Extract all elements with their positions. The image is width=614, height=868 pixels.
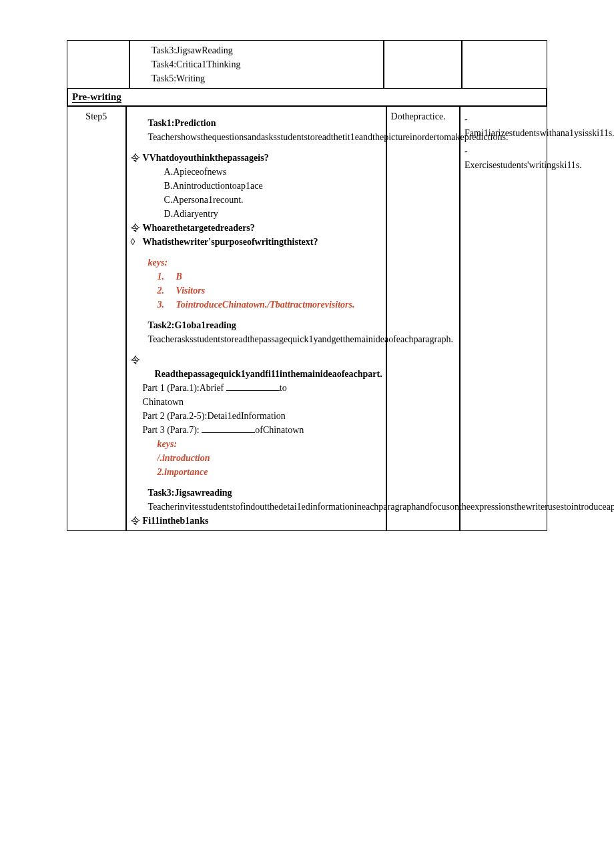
top-row: Task3:JigsawReading Task4:Critica1Thinki… — [67, 41, 547, 89]
task2-desc: Teacherasksstudentstoreadthepassagequick… — [131, 332, 382, 346]
task2-part1c: Chinatown — [131, 395, 382, 409]
main-row: Step5 Task1:Prediction Teachershowsthequ… — [67, 106, 547, 530]
activity-text: Dothepractice. — [391, 111, 446, 121]
task3-line: Task3:JigsawReading — [134, 43, 379, 57]
task1-optD: D.Adiaryentry — [131, 207, 382, 221]
task2-instruction-bullet: 令 — [131, 353, 382, 367]
task1-optB: B.Anintroductiontoap1ace — [131, 179, 382, 193]
diamond-icon: 令 — [131, 514, 143, 528]
task2-part3b: ofChinatown — [255, 425, 304, 435]
purpose-dash-2: - — [465, 144, 543, 158]
task1-key3: TointroduceChinatown./Tbattractmorevisit… — [176, 298, 382, 312]
task3-heading: Task3:Jigsawreading — [131, 486, 382, 500]
task1-optA: A.Apieceofnews — [131, 165, 382, 179]
task3-fill-bullet: 令 Fi11intheb1anks — [131, 514, 382, 528]
step-label: Step5 — [85, 111, 107, 121]
task4-line: Task4:Critica1Thinking — [134, 57, 379, 71]
diamond-open-icon: ◊ — [131, 235, 143, 249]
task2-instruction: Readthepassagequick1yandfi11inthemainide… — [137, 367, 382, 381]
task2-part1: Part 1 (Para.1):Abrief to — [131, 381, 382, 395]
task5-line: Task5:Writing — [134, 71, 379, 85]
task1-q3-bullet: ◊ Whatisthewriter'spurposeofwritingthist… — [131, 235, 382, 249]
diamond-icon: 令 — [131, 221, 143, 235]
task1-q2-bullet: 令 Whoarethetargetedreaders? — [131, 221, 382, 235]
lesson-plan-table: Task3:JigsawReading Task4:Critica1Thinki… — [67, 40, 547, 531]
task2-part1b: to — [280, 383, 287, 393]
blank-line — [202, 423, 255, 433]
list-number: 3. — [158, 298, 176, 312]
prewriting-label: Pre-writing — [72, 91, 121, 103]
task1-heading: Task1:Prediction — [131, 116, 382, 130]
task2-part2: Part 2 (Para.2-5):Detai1edInformation — [131, 409, 382, 423]
task2-keys-label: keys: — [140, 437, 382, 451]
step-cell: Step5 — [67, 106, 126, 530]
task2-part1a: Part 1 (Para.1):Abrief — [143, 383, 226, 393]
activity-cell: Dothepractice. — [386, 106, 460, 530]
task1-q1-bullet: 令 VVhatdoyouthinkthepassageis? — [131, 151, 382, 165]
task2-heading: Task2:G1oba1reading — [131, 318, 382, 332]
main-content-cell: Task1:Prediction Teachershowsthequestion… — [126, 106, 386, 530]
task1-keys-label: keys: — [131, 256, 382, 270]
task1-q1: VVhatdoyouthinkthepassageis? — [143, 151, 382, 165]
task1-key3-row: 3. TointroduceChinatown./Tbattractmorevi… — [131, 298, 382, 312]
top-main-cell: Task3:JigsawReading Task4:Critica1Thinki… — [129, 41, 384, 89]
diamond-icon: 令 — [131, 353, 143, 367]
diamond-icon: 令 — [131, 151, 143, 165]
list-number: 2. — [158, 284, 176, 298]
task1-key2-row: 2. Visitors — [131, 284, 382, 298]
task3-fill: Fi11intheb1anks — [143, 514, 382, 528]
task1-key2: Visitors — [176, 284, 382, 298]
purpose-cell: - Fami1iarizestudentswithana1ysisski11s.… — [460, 106, 547, 530]
task1-q2: Whoarethetargetedreaders? — [143, 221, 382, 235]
task2-part3: Part 3 (Para.7): ofChinatown — [131, 423, 382, 437]
top-act-cell — [384, 41, 462, 89]
task1-key1: B — [176, 270, 382, 284]
task2-part3a: Part 3 (Para.7): — [143, 425, 202, 435]
task1-key1-row: 1. B — [131, 270, 382, 284]
task1-desc: Teachershowsthequestionsandasksstudentst… — [131, 130, 382, 144]
prewriting-section-header: Pre-writing — [67, 89, 547, 106]
task3-desc: Teacherinvitesstudentstofindoutthedetai1… — [131, 500, 382, 514]
purpose-p2: Exercisestudents'writingski11s. — [465, 158, 543, 172]
purpose-p1: Fami1iarizestudentswithana1ysisski11s. — [465, 126, 543, 140]
task1-q3: Whatisthewriter'spurposeofwritingthistex… — [143, 235, 382, 249]
top-step-cell — [67, 41, 129, 89]
list-number: 1. — [158, 270, 176, 284]
purpose-dash-1: - — [465, 112, 543, 126]
task2-key2: 2.importance — [140, 465, 382, 479]
blank-line — [226, 381, 280, 391]
top-purpose-cell — [462, 41, 547, 89]
task2-key1: /.introduction — [140, 451, 382, 465]
task1-optC: C.Apersona1recount. — [131, 193, 382, 207]
